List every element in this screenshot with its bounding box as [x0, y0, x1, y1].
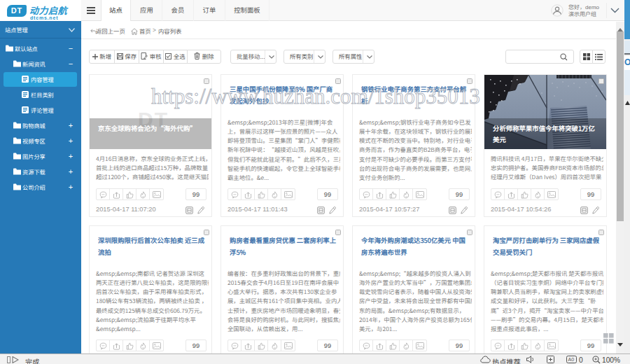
svg-text:A0: A0: [568, 357, 575, 362]
